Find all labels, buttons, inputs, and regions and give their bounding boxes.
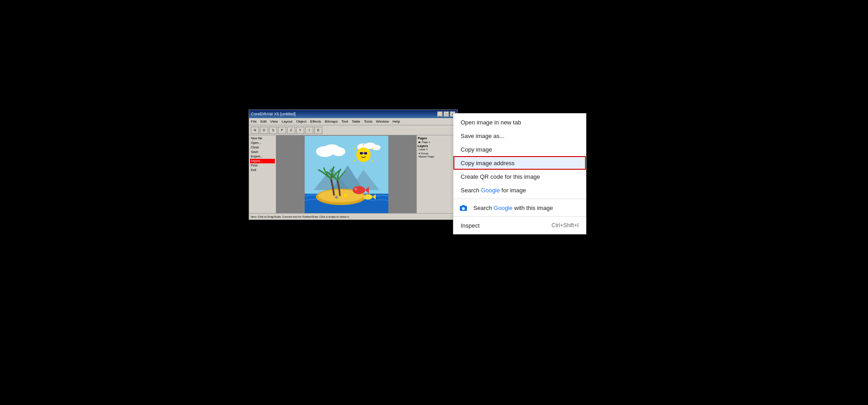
google-brand: Google <box>481 187 500 194</box>
maximize-btn[interactable]: □ <box>443 111 449 117</box>
sidebar-new[interactable]: New file <box>250 136 275 141</box>
inspect-shortcut: Ctrl+Shift+I <box>552 222 579 229</box>
create-qr-code-label: Create QR code for this image <box>461 173 540 180</box>
panel-pages-label: Pages <box>418 136 456 140</box>
menu-tools[interactable]: Tools <box>364 119 373 124</box>
sidebar-save[interactable]: Save <box>250 150 275 154</box>
toolbar-open[interactable]: O <box>260 127 268 134</box>
app-menubar: File Edit View Layout Object Effects Bit… <box>249 118 457 125</box>
app-statusbar: Item: Click to Drag/Scale. Connect tool … <box>249 213 457 219</box>
save-image-as-label: Save image as... <box>461 133 505 139</box>
panel-layer1: Layer 1 <box>418 148 456 152</box>
menu-text[interactable]: Text <box>341 119 348 124</box>
sidebar-import[interactable]: Import... <box>250 159 275 163</box>
svg-point-33 <box>335 196 338 199</box>
app-sidebar: New file Open... Close Save Export... Im… <box>249 135 276 219</box>
context-menu-inspect[interactable]: Inspect Ctrl+Shift+I <box>453 219 586 232</box>
search-google-for-image-label: Search Google for image <box>461 187 526 194</box>
svg-point-25 <box>353 186 365 194</box>
menu-file[interactable]: File <box>251 119 257 124</box>
toolbar-print[interactable]: P <box>278 127 286 134</box>
context-menu-divider-1 <box>453 199 586 199</box>
toolbar-import[interactable]: I <box>305 127 313 134</box>
app-title: CorelDRAW X5 [untitled] <box>251 112 437 116</box>
svg-rect-19 <box>364 152 367 154</box>
context-menu: Open image in new tab Save image as... C… <box>453 113 586 234</box>
svg-point-28 <box>355 189 356 190</box>
svg-rect-36 <box>462 205 465 206</box>
menu-layout[interactable]: Layout <box>282 119 292 124</box>
sidebar-print[interactable]: Print <box>250 163 275 168</box>
search-with-suffix: with this image <box>513 205 553 211</box>
toolbar-new[interactable]: N <box>251 127 259 134</box>
camera-icon <box>459 203 468 212</box>
menu-object[interactable]: Object <box>296 119 307 124</box>
context-menu-copy-image[interactable]: Copy image <box>453 143 586 156</box>
menu-help[interactable]: Help <box>392 119 400 124</box>
toolbar-undo[interactable]: Z <box>287 127 295 134</box>
svg-point-24 <box>344 194 347 197</box>
context-menu-create-qr-code[interactable]: Create QR code for this image <box>453 170 586 183</box>
toolbar-redo[interactable]: Y <box>296 127 304 134</box>
copy-image-address-label: Copy image address <box>461 160 514 167</box>
toolbar-export[interactable]: E <box>314 127 322 134</box>
sidebar-export[interactable]: Export... <box>250 154 275 159</box>
sidebar-exit[interactable]: Exit <box>250 168 275 172</box>
svg-point-6 <box>332 147 345 156</box>
open-image-new-tab-label: Open image in new tab <box>461 119 521 126</box>
menu-effects[interactable]: Effects <box>310 119 321 124</box>
app-right-panel: Pages ▶ Page 1 Layers Layer 1 ▾ Group Ma… <box>416 135 457 219</box>
context-menu-copy-image-address[interactable]: Copy image address <box>453 156 586 170</box>
google-brand-2: Google <box>494 205 513 211</box>
menu-window[interactable]: Window <box>376 119 389 124</box>
toolbar-save[interactable]: S <box>269 127 277 134</box>
svg-rect-18 <box>360 152 363 154</box>
svg-point-32 <box>365 195 366 196</box>
sidebar-open[interactable]: Open... <box>250 141 275 145</box>
app-screenshot: CorelDRAW X5 [untitled] _ □ × File Edit … <box>249 110 458 220</box>
canvas-page <box>305 136 388 219</box>
menu-edit[interactable]: Edit <box>260 119 267 124</box>
context-menu-divider-2 <box>453 216 586 217</box>
menu-bitmaps[interactable]: Bitmaps <box>325 119 338 124</box>
sidebar-close[interactable]: Close <box>250 145 275 150</box>
app-toolbar: N O S P Z Y I E <box>249 125 457 135</box>
search-suffix: for image <box>500 187 526 194</box>
svg-point-9 <box>372 145 381 150</box>
search-google-with-image-label: Search Google with this image <box>473 205 553 211</box>
app-canvas-area <box>276 135 416 219</box>
menu-view[interactable]: View <box>270 119 278 124</box>
search-prefix: Search <box>461 187 481 194</box>
minimize-btn[interactable]: _ <box>437 111 443 117</box>
copy-image-label: Copy image <box>461 146 492 153</box>
panel-page1: ▶ Page 1 <box>418 140 456 144</box>
search-with-prefix: Search <box>473 205 494 211</box>
panel-group: ▾ Group <box>418 152 456 155</box>
titlebar-buttons: _ □ × <box>437 111 455 117</box>
panel-layers-label: Layers <box>418 144 456 148</box>
panel-masters: Master Page <box>418 155 456 159</box>
svg-point-35 <box>462 207 465 210</box>
app-titlebar: CorelDRAW X5 [untitled] _ □ × <box>249 110 457 118</box>
island-illustration <box>305 136 388 219</box>
context-menu-search-google-for-image[interactable]: Search Google for image <box>453 183 586 197</box>
inspect-label: Inspect <box>461 222 480 229</box>
context-menu-search-google-with-image[interactable]: Search Google with this image <box>453 201 586 214</box>
context-menu-open-image-new-tab[interactable]: Open image in new tab <box>453 115 586 129</box>
statusbar-text: Item: Click to Drag/Scale. Connect tool … <box>251 215 349 218</box>
menu-table[interactable]: Table <box>352 119 360 124</box>
svg-point-29 <box>363 194 373 200</box>
svg-point-10 <box>356 148 371 162</box>
app-body: New file Open... Close Save Export... Im… <box>249 135 457 219</box>
context-menu-save-image-as[interactable]: Save image as... <box>453 129 586 143</box>
